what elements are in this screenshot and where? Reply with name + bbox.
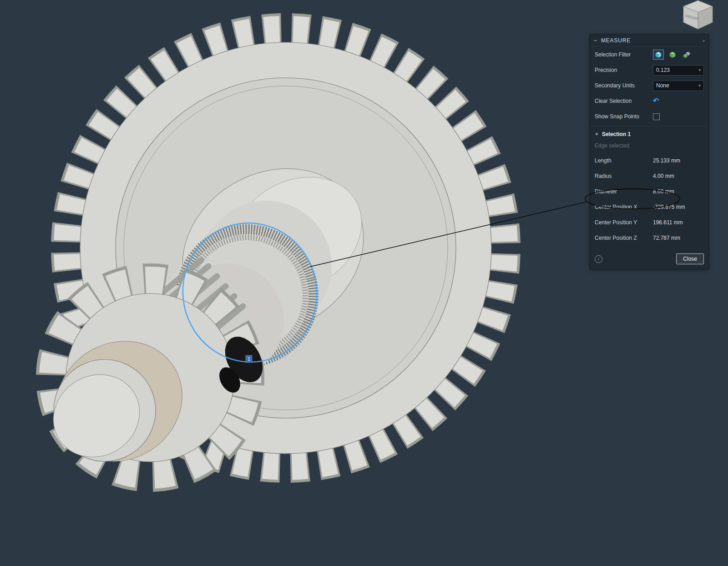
- dock-panel-icon[interactable]: »: [702, 38, 705, 43]
- selection-subtitle: Edge selected: [590, 140, 708, 153]
- measurement-row-center-z: Center Position Z 72.787 mm: [590, 230, 708, 246]
- measurement-value: 8.00 mm: [653, 188, 674, 195]
- measurement-value: 196.611 mm: [653, 219, 683, 226]
- clear-selection-label: Clear Selection: [595, 98, 653, 104]
- section-expand-triangle-icon[interactable]: ▼: [595, 132, 599, 136]
- measurement-row-radius: Radius 4.00 mm: [590, 168, 708, 184]
- chevron-down-icon: ▾: [698, 68, 701, 72]
- precision-dropdown[interactable]: 0.123 ▾: [653, 65, 704, 76]
- collapse-panel-icon[interactable]: −: [594, 37, 597, 44]
- measurement-row-length: Length 25.133 mm: [590, 153, 708, 168]
- show-snap-points-checkbox[interactable]: [653, 113, 660, 120]
- precision-label: Precision: [595, 67, 653, 73]
- view-cube[interactable]: FRONT: [679, 0, 718, 31]
- measurement-value: 4.00 mm: [653, 173, 674, 179]
- measurement-label: Center Position X: [595, 204, 653, 210]
- measurement-label: Radius: [595, 173, 653, 179]
- body-filter-button[interactable]: [667, 50, 678, 60]
- undo-icon[interactable]: ↶: [653, 97, 659, 105]
- component-filter-button[interactable]: [681, 50, 692, 60]
- clear-selection-row: Clear Selection ↶: [590, 93, 708, 109]
- measurement-row-center-x: Center Position X -729.675 mm: [590, 199, 708, 215]
- measurement-value: 25.133 mm: [653, 157, 680, 164]
- component-filter-icon: [682, 51, 691, 58]
- measurement-label: Diameter: [595, 188, 653, 195]
- close-button[interactable]: Close: [676, 253, 704, 264]
- svg-text:1: 1: [248, 357, 250, 362]
- precision-row: Precision 0.123 ▾: [590, 62, 708, 78]
- selection-filter-row: Selection Filter: [590, 47, 708, 62]
- face-filter-button[interactable]: [653, 50, 664, 60]
- selection-filter-label: Selection Filter: [595, 51, 653, 58]
- show-snap-points-label: Show Snap Points: [595, 113, 653, 120]
- show-snap-points-row: Show Snap Points: [590, 109, 708, 124]
- measurement-label: Center Position Z: [595, 235, 653, 241]
- measure-panel-header: − MEASURE »: [590, 35, 708, 47]
- measurement-label: Center Position Y: [595, 219, 653, 226]
- face-filter-icon: [655, 51, 662, 58]
- selection-section-header[interactable]: ▼ Selection 1: [590, 128, 708, 140]
- selection-badge: 1: [246, 355, 252, 363]
- secondary-units-value: None: [656, 82, 669, 89]
- measure-panel: − MEASURE » Selection Filter: [590, 34, 709, 269]
- measurement-row-diameter: Diameter 8.00 mm: [590, 184, 708, 199]
- measurement-label: Length: [595, 157, 653, 164]
- secondary-units-row: Secondary Units None ▾: [590, 78, 708, 93]
- precision-value: 0.123: [656, 67, 670, 73]
- panel-footer: i Close: [590, 250, 708, 269]
- measurement-row-center-y: Center Position Y 196.611 mm: [590, 215, 708, 230]
- measurement-value: 72.787 mm: [653, 235, 680, 241]
- secondary-units-label: Secondary Units: [595, 82, 653, 89]
- panel-title: MEASURE: [601, 37, 631, 44]
- secondary-units-dropdown[interactable]: None ▾: [653, 81, 704, 91]
- chevron-down-icon: ▾: [698, 83, 701, 88]
- body-filter-icon: [669, 51, 676, 58]
- selection-section-title: Selection 1: [602, 131, 631, 137]
- panel-divider: [590, 126, 708, 126]
- measurement-value: -729.675 mm: [653, 204, 685, 210]
- info-icon[interactable]: i: [595, 255, 602, 263]
